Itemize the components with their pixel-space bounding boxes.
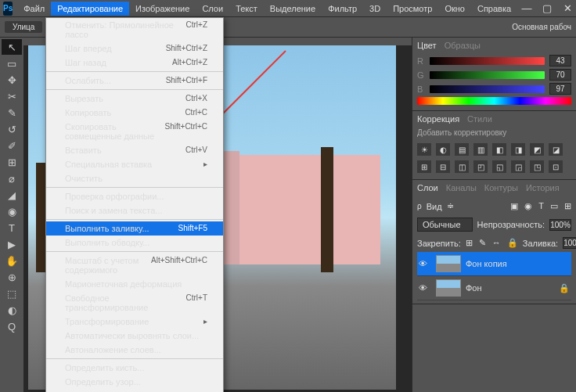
tool-12[interactable]: ▶ — [2, 236, 22, 252]
lock-icon-3[interactable]: 🔒 — [507, 238, 518, 248]
menu-выделение[interactable]: Выделение — [264, 2, 322, 16]
slider-value-R[interactable]: 43 — [549, 55, 571, 67]
visibility-icon[interactable]: 👁 — [419, 283, 431, 293]
menu-item[interactable]: Масштаб с учетом содержимогоAlt+Shift+Ct… — [46, 254, 223, 277]
menu-item[interactable]: Выполнить заливку...Shift+F5 — [46, 221, 223, 236]
adjustment-icon-15[interactable]: ⊡ — [549, 160, 563, 173]
menu-фильтр[interactable]: Фильтр — [322, 2, 363, 16]
menu-текст[interactable]: Текст — [229, 2, 264, 16]
workspace-label[interactable]: Основная рабоч — [512, 23, 571, 31]
maximize-button[interactable]: ▢ — [538, 2, 556, 15]
tool-17[interactable]: Q — [2, 318, 22, 334]
menu-item[interactable]: Шаг впередShift+Ctrl+Z — [46, 41, 223, 56]
tool-14[interactable]: ⊕ — [2, 269, 22, 285]
lock-icon-0[interactable]: ⊞ — [466, 238, 473, 248]
slider-G[interactable] — [430, 71, 545, 79]
menu-item[interactable]: Очистить — [46, 171, 223, 185]
adjustment-icon-3[interactable]: ▥ — [473, 143, 488, 156]
opacity-value[interactable]: 100% — [549, 219, 571, 231]
menu-изображение[interactable]: Изображение — [129, 2, 196, 16]
menu-item[interactable]: Скопировать совмещенные данныеShift+Ctrl… — [46, 120, 223, 143]
adjustment-icon-8[interactable]: ⊞ — [417, 160, 431, 173]
menu-item[interactable]: ВырезатьCtrl+X — [46, 92, 223, 106]
adjustment-icon-1[interactable]: ◐ — [436, 143, 450, 156]
menu-item[interactable]: Специальная вставка▸ — [46, 157, 223, 171]
adjustment-icon-11[interactable]: ◰ — [473, 160, 488, 173]
minimize-button[interactable]: — — [517, 2, 536, 15]
tool-7[interactable]: ⊞ — [2, 154, 22, 170]
doc-tab[interactable]: Улица — [5, 21, 42, 33]
adjustment-icon-6[interactable]: ◩ — [530, 143, 544, 156]
tool-1[interactable]: ▭ — [2, 56, 22, 71]
tool-2[interactable]: ✥ — [2, 72, 22, 88]
menu-item[interactable]: Определить кисть... — [46, 361, 223, 375]
tool-5[interactable]: ↺ — [2, 121, 22, 137]
menu-item[interactable]: КопироватьCtrl+C — [46, 106, 223, 120]
menu-item[interactable]: ВставитьCtrl+V — [46, 143, 223, 157]
menu-item[interactable]: Свободное трансформированиеCtrl+T — [46, 291, 223, 315]
slider-R[interactable] — [430, 57, 545, 65]
tool-10[interactable]: ◉ — [2, 203, 22, 219]
filter-icon-3[interactable]: ▭ — [550, 201, 558, 211]
menu-item[interactable]: Шаг назадAlt+Ctrl+Z — [46, 56, 223, 70]
menu-просмотр[interactable]: Просмотр — [387, 2, 438, 16]
menu-3d[interactable]: 3D — [363, 2, 387, 16]
tool-6[interactable]: ✐ — [2, 138, 22, 153]
fill-value[interactable]: 100% — [563, 237, 576, 249]
tool-4[interactable]: ✎ — [2, 105, 22, 120]
tool-0[interactable]: ↖ — [2, 39, 22, 55]
tool-3[interactable]: ✂ — [2, 88, 22, 104]
adjustment-icon-14[interactable]: ◳ — [530, 160, 544, 173]
menu-редактирование[interactable]: Редактирование — [51, 2, 129, 16]
menu-item[interactable]: Определить узор... — [46, 375, 223, 389]
adjustment-icon-13[interactable]: ◲ — [511, 160, 525, 173]
tool-13[interactable]: ✋ — [2, 253, 22, 268]
menu-item-shortcut: Shift+F5 — [178, 224, 207, 233]
adjustment-icon-12[interactable]: ◱ — [492, 160, 506, 173]
filter-icon-0[interactable]: ▣ — [510, 201, 518, 211]
lock-icon-2[interactable]: ↔ — [492, 238, 501, 248]
menu-item[interactable]: Марионеточная деформация — [46, 277, 223, 291]
filter-icon-4[interactable]: ⊞ — [564, 201, 571, 211]
blend-mode-dropdown[interactable]: Обычные — [417, 218, 473, 232]
tab-adjustments[interactable]: Коррекция — [417, 114, 459, 124]
adjustment-icon-4[interactable]: ◧ — [492, 143, 506, 156]
menu-item[interactable]: Выполнить обводку... — [46, 236, 223, 250]
menu-файл[interactable]: Файл — [17, 2, 51, 16]
slider-B[interactable] — [430, 85, 545, 93]
adjustment-icon-0[interactable]: ☀ — [417, 143, 431, 156]
tool-15[interactable]: ⬚ — [2, 286, 22, 301]
lock-icon-1[interactable]: ✎ — [479, 238, 486, 248]
tab-paths[interactable]: Контуры — [484, 183, 518, 192]
visibility-icon[interactable]: 👁 — [419, 259, 431, 268]
adjustment-icon-5[interactable]: ◨ — [511, 143, 525, 156]
tool-8[interactable]: ⌀ — [2, 171, 22, 186]
menu-справка[interactable]: Справка — [471, 2, 517, 16]
menu-item[interactable]: Трансформирование▸ — [46, 315, 223, 329]
tab-color[interactable]: Цвет — [417, 41, 437, 50]
layer-row[interactable]: 👁Фон копия — [417, 252, 571, 276]
close-button[interactable]: ✕ — [558, 2, 576, 15]
hue-strip[interactable] — [417, 97, 571, 105]
slider-value-B[interactable]: 97 — [549, 83, 571, 95]
adjustment-icon-10[interactable]: ◫ — [455, 160, 469, 173]
menu-слои[interactable]: Слои — [196, 2, 229, 16]
tool-11[interactable]: T — [2, 220, 22, 236]
adjustment-icon-9[interactable]: ⊟ — [436, 160, 450, 173]
tool-16[interactable]: ◐ — [2, 302, 22, 318]
tab-history[interactable]: История — [526, 183, 560, 192]
filter-icon-2[interactable]: T — [538, 201, 544, 211]
layer-row[interactable]: 👁Фон🔒 — [417, 276, 571, 300]
tool-9[interactable]: ◢ — [2, 187, 22, 203]
menu-item-label: Марионеточная деформация — [65, 279, 182, 289]
tab-layers[interactable]: Слои — [417, 183, 438, 192]
tab-styles[interactable]: Стили — [467, 114, 492, 124]
adjustment-icon-2[interactable]: ▤ — [455, 143, 469, 156]
filter-icon-1[interactable]: ◉ — [524, 201, 532, 211]
tab-swatches[interactable]: Образцы — [445, 41, 481, 50]
menu-окно[interactable]: Окно — [438, 2, 471, 16]
menu-item[interactable]: Отменить: Прямолинейное лассоCtrl+Z — [46, 18, 223, 41]
tab-channels[interactable]: Каналы — [446, 183, 477, 192]
adjustment-icon-7[interactable]: ◪ — [549, 143, 563, 156]
slider-value-G[interactable]: 70 — [549, 69, 571, 81]
